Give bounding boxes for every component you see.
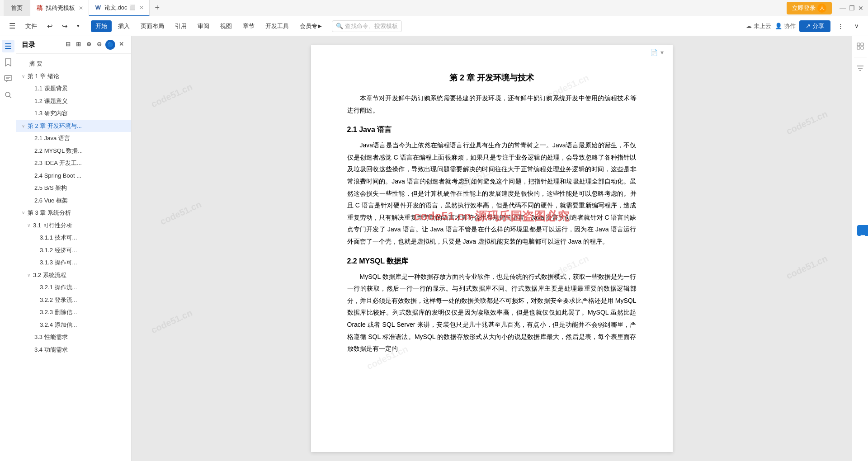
tab2-close[interactable]: ✕ <box>139 5 144 11</box>
doc-toolbar-dropdown[interactable]: ▾ <box>660 49 664 56</box>
menu-start[interactable]: 开始 <box>91 20 112 32</box>
toc-item[interactable]: 3.3 性能需求 <box>16 331 131 343</box>
menu-member[interactable]: 会员专 ▶ <box>295 20 326 32</box>
toc-item[interactable]: 2.3 IDEA 开发工... <box>16 157 131 169</box>
menu-toggle-button[interactable]: ☰ <box>5 20 19 32</box>
search-panel-icon[interactable] <box>2 89 14 101</box>
toc-item[interactable]: 3.1.2 经济可... <box>16 244 131 257</box>
collab-button[interactable]: 👤 协作 <box>775 22 796 30</box>
menu-view[interactable]: 视图 <box>216 20 236 32</box>
toc-item[interactable]: ∨第 2 章 开发环境与... <box>16 120 131 132</box>
title-bar: 首页 稿 找稿壳模板 ✕ W 论文.doc ⬜ ✕ + 立即登录 人 — ❐ ✕ <box>0 0 868 16</box>
sidebar-header-icons: ⊟ ⊞ ⊕ ⊖ 🔵 ✕ <box>64 40 126 50</box>
menu-insert[interactable]: 插入 <box>113 20 134 32</box>
login-button[interactable]: 立即登录 人 <box>787 2 832 14</box>
toc-icon[interactable] <box>2 40 14 52</box>
more-options-button[interactable]: ⋮ <box>834 21 847 31</box>
toc-item-label: 2.6 Vue 框架 <box>34 196 68 205</box>
sidebar-remove-heading[interactable]: ⊖ <box>95 40 104 50</box>
toc-item-label: 3.2 系统流程 <box>33 271 66 280</box>
watermark-left-2: code51.cn <box>159 199 203 227</box>
tab-add-button[interactable]: + <box>150 3 165 13</box>
toc-item[interactable]: 摘 要 <box>16 57 131 70</box>
svg-line-7 <box>9 96 11 98</box>
toc-item[interactable]: 3.2.2 登录流... <box>16 294 131 306</box>
toc-item-label: 2.1 Java 语言 <box>34 134 70 143</box>
tab-doc[interactable]: W 论文.doc ⬜ ✕ <box>89 0 150 16</box>
toc-item-label: 3.2.3 删除信... <box>40 308 77 317</box>
toc-item[interactable]: 1.3 研究内容 <box>16 107 131 120</box>
sidebar-add-heading[interactable]: ⊕ <box>85 40 93 50</box>
toolbar-right: ☁ 未上云 👤 协作 ↗ 分享 ⋮ ∨ <box>746 20 863 32</box>
toc-item[interactable]: 3.2.4 添加信... <box>16 319 131 331</box>
side-contact-button[interactable]: 联系我们 <box>857 225 868 236</box>
tab-home[interactable]: 首页 <box>4 0 30 16</box>
toc-item[interactable]: 3.2.3 删除信... <box>16 306 131 319</box>
toc-item[interactable]: 1.1 课题背景 <box>16 82 131 95</box>
svg-rect-1 <box>5 46 11 47</box>
toc-item-label: 3.1 可行性分析 <box>33 221 72 230</box>
sidebar-collapse-all[interactable]: ⊟ <box>64 40 72 50</box>
chapter-title: 第 2 章 开发环境与技术 <box>347 72 637 83</box>
watermark-right-2: code51.cn <box>785 253 829 281</box>
minimize-button[interactable]: — <box>839 5 846 12</box>
toc-item-label: 3.1.2 经济可... <box>40 246 77 255</box>
svg-rect-2 <box>5 48 11 49</box>
toc-item[interactable]: 2.2 MYSQL 数据... <box>16 145 131 157</box>
toc-item[interactable]: 2.4 Spring Boot ... <box>16 169 131 182</box>
cloud-status[interactable]: ☁ 未上云 <box>746 22 771 30</box>
toc-item[interactable]: 2.6 Vue 框架 <box>16 194 131 207</box>
toc-item[interactable]: ∨3.2 系统流程 <box>16 269 131 282</box>
right-panel-icon-1[interactable] <box>854 40 867 52</box>
tab-moban[interactable]: 稿 找稿壳模板 ✕ <box>30 0 89 16</box>
title-bar-right: 立即登录 人 — ❐ ✕ <box>787 2 864 14</box>
doc-area[interactable]: code51.cn code51.cn code51.cn code51.cn … <box>132 36 852 461</box>
dropdown-arrow[interactable]: ▾ <box>73 21 83 31</box>
toc-item[interactable]: 3.1.1 技术可... <box>16 231 131 244</box>
toc-item[interactable]: ∨第 3 章 系统分析 <box>16 207 131 219</box>
toc-item[interactable]: 3.1.3 操作可... <box>16 256 131 269</box>
toc-item[interactable]: 1.2 课题意义 <box>16 95 131 108</box>
toc-item[interactable]: 3.2.1 操作流... <box>16 281 131 294</box>
expand-button[interactable]: ∨ <box>851 21 863 31</box>
right-filter-icon[interactable] <box>854 62 867 75</box>
search-box[interactable]: 🔍 查找命令、搜索模板 <box>332 20 402 32</box>
right-panel <box>852 36 868 461</box>
maximize-button[interactable]: ❐ <box>848 5 855 12</box>
toc-item[interactable]: ∨3.1 可行性分析 <box>16 219 131 232</box>
comment-icon[interactable] <box>2 72 14 85</box>
toc-item[interactable]: ∨第 1 章 绪论 <box>16 70 131 83</box>
menu-review[interactable]: 审阅 <box>193 20 214 32</box>
share-button[interactable]: ↗ 分享 <box>799 20 830 32</box>
cloud-label: 未上云 <box>754 22 771 30</box>
svg-rect-11 <box>861 47 863 49</box>
sidebar-close-button[interactable]: ✕ <box>117 40 126 50</box>
toc-item-label: 2.4 Spring Boot ... <box>34 171 81 180</box>
menu-file[interactable]: 文件 <box>21 20 42 32</box>
toc-item[interactable]: 2.5 B/S 架构 <box>16 182 131 194</box>
toc-item-label: 1.2 课题意义 <box>34 97 68 106</box>
sidebar-header: 目录 ⊟ ⊞ ⊕ ⊖ 🔵 ✕ <box>16 36 131 54</box>
toc-item[interactable]: 3.4 功能需求 <box>16 343 131 356</box>
svg-rect-10 <box>857 47 860 49</box>
redo-button[interactable]: ↪ <box>58 20 71 32</box>
menu-dev-tools[interactable]: 开发工具 <box>261 20 293 32</box>
tab2-label: 论文.doc <box>104 4 127 12</box>
toc-item-label: 摘 要 <box>29 59 42 68</box>
user-avatar: 人 <box>817 4 826 13</box>
toc-item-label: 3.2.1 操作流... <box>40 283 77 292</box>
sidebar-expand-all[interactable]: ⊞ <box>74 40 83 50</box>
toc-item-label: 2.2 MYSQL 数据... <box>34 146 83 155</box>
menu-chapter[interactable]: 章节 <box>238 20 259 32</box>
bookmark-icon[interactable] <box>2 56 14 69</box>
doc-toolbar-icon[interactable]: 📄 <box>650 49 658 56</box>
close-button[interactable]: ✕ <box>857 5 864 12</box>
undo-button[interactable]: ↩ <box>43 20 57 32</box>
tab1-close[interactable]: ✕ <box>79 5 83 11</box>
toc-item-label: 3.3 性能需求 <box>34 333 68 342</box>
menu-references[interactable]: 引用 <box>170 20 191 32</box>
toc-item-label: 3.1.3 操作可... <box>40 258 77 267</box>
menu-page-layout[interactable]: 页面布局 <box>136 20 169 32</box>
toc-item[interactable]: 2.1 Java 语言 <box>16 132 131 145</box>
tab2-pin[interactable]: ⬜ <box>129 5 136 10</box>
